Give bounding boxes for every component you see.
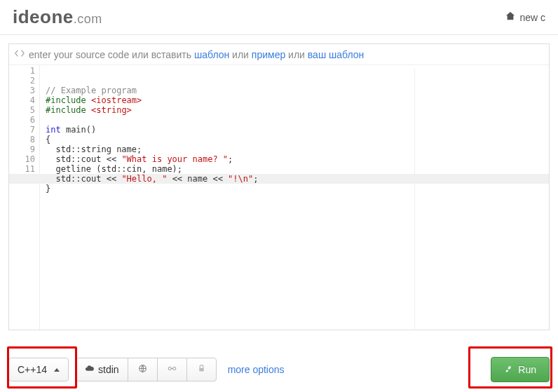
logo[interactable]: ideone.com (13, 6, 102, 28)
code-icon (15, 48, 25, 60)
caret-up-icon (54, 368, 60, 372)
hint-template-link[interactable]: шаблон (194, 49, 229, 60)
code-editor[interactable]: 123456789101112 // Example program#inclu… (9, 65, 549, 330)
run-button[interactable]: Run (491, 357, 550, 382)
logo-text: ideone (13, 6, 74, 27)
svg-point-2 (172, 367, 175, 370)
options-group: stdin (76, 358, 217, 381)
glasses-icon (168, 364, 177, 375)
globe-icon (138, 364, 147, 375)
line-number: 10 (9, 154, 35, 164)
line-number: 2 (9, 76, 35, 86)
hint-text: enter your source code или вставить шабл… (29, 49, 364, 60)
line-gutter: 123456789101112 (9, 65, 40, 330)
editor-container: enter your source code или вставить шабл… (8, 43, 550, 330)
hint-your-template-link[interactable]: ваш шаблон (308, 49, 364, 60)
code-line[interactable]: std::cout << "What is your name? "; (46, 154, 549, 164)
top-bar: ideone.com new c (0, 0, 558, 35)
line-number: 1 (9, 66, 35, 76)
code-line[interactable]: { (46, 135, 549, 144)
cloud-icon (85, 364, 94, 375)
code-line[interactable] (46, 115, 549, 125)
home-icon (505, 11, 515, 23)
link-button[interactable] (157, 358, 187, 381)
bottom-toolbar: C++14 stdin more options (8, 357, 550, 382)
stdin-label: stdin (98, 364, 119, 375)
code-line[interactable] (46, 194, 549, 203)
language-label: C++14 (18, 364, 47, 375)
line-number: 3 (9, 86, 35, 95)
more-options-link[interactable]: more options (228, 364, 285, 375)
stdin-button[interactable]: stdin (76, 358, 128, 381)
code-line[interactable]: std::string name; (46, 144, 549, 154)
line-number: 9 (9, 144, 35, 154)
code-line[interactable]: } (46, 184, 549, 194)
code-content[interactable]: // Example program#include <iostream>#in… (40, 65, 549, 330)
code-line[interactable]: std::cout << "Hello, " << name << "!\n"; (46, 174, 549, 184)
lock-icon (197, 364, 206, 375)
hint-sep2: или (285, 49, 308, 60)
line-number: 8 (9, 135, 35, 144)
gears-icon (504, 364, 514, 376)
hint-prefix: enter your source code или вставить (29, 49, 194, 60)
visibility-button[interactable] (128, 358, 158, 381)
code-line[interactable]: #include <string> (46, 105, 549, 115)
line-number: 6 (9, 115, 35, 125)
code-line[interactable]: getline (std::cin, name); (46, 164, 549, 174)
line-number: 5 (9, 105, 35, 115)
nav-new[interactable]: new c (505, 11, 545, 23)
line-number: 11 (9, 164, 35, 174)
hint-row: enter your source code или вставить шабл… (9, 44, 549, 65)
nav-new-label: new c (519, 12, 545, 23)
lock-button[interactable] (186, 358, 217, 381)
run-label: Run (518, 364, 536, 375)
code-line[interactable]: int main() (46, 125, 549, 135)
svg-point-1 (168, 367, 171, 370)
line-number: 7 (9, 125, 35, 135)
main-area: enter your source code или вставить шабл… (0, 35, 558, 330)
hint-example-link[interactable]: пример (252, 49, 285, 60)
logo-domain: .com (74, 12, 102, 26)
code-line[interactable]: // Example program (46, 86, 549, 95)
language-selector[interactable]: C++14 (8, 358, 69, 381)
code-line[interactable]: #include <iostream> (46, 95, 549, 105)
line-number: 4 (9, 95, 35, 105)
hint-sep1: или (229, 49, 252, 60)
svg-rect-3 (199, 368, 204, 372)
